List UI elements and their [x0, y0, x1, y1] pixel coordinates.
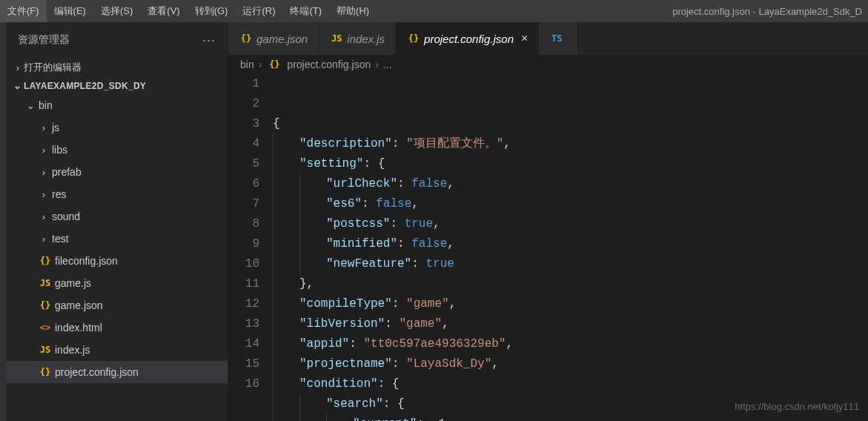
code-line[interactable]: "condition": { [273, 374, 868, 394]
tree-item-label: sound [50, 210, 80, 222]
code-line[interactable]: }, [273, 274, 868, 294]
code-line[interactable]: { [273, 114, 868, 134]
json-file-icon [266, 59, 282, 70]
editor-tab[interactable]: {}game.json [228, 22, 319, 55]
code-line[interactable]: "newFeature": true [273, 254, 868, 274]
folder-item[interactable]: ›test [6, 228, 228, 250]
folder-item[interactable]: ›prefab [6, 161, 228, 183]
activity-bar[interactable] [0, 22, 6, 421]
json-file-icon: {} [239, 33, 254, 44]
chevron-right-icon: › [259, 59, 262, 70]
breadcrumb-part[interactable]: project.config.json [287, 59, 371, 70]
menu-item[interactable]: 帮助(H) [329, 0, 377, 22]
editor-tab[interactable]: {}project.config.json× [396, 22, 539, 55]
chevron-right-icon: › [37, 167, 50, 178]
code-editor[interactable]: 12345678910111213141516 {"description": … [228, 74, 868, 421]
line-number-gutter: 12345678910111213141516 [228, 74, 273, 421]
titlebar: 文件(F)编辑(E)选择(S)查看(V)转到(G)运行(R)终端(T)帮助(H)… [0, 0, 868, 22]
menubar: 文件(F)编辑(E)选择(S)查看(V)转到(G)运行(R)终端(T)帮助(H) [0, 0, 377, 22]
editor-tab[interactable]: JSindex.js [319, 22, 396, 55]
project-section[interactable]: ⌄ LAYAEXAMPLE2D_SDK_DY [6, 77, 228, 94]
line-number: 4 [228, 134, 259, 154]
tab-label: project.config.json [424, 33, 514, 45]
json-file-icon: {} [37, 256, 53, 266]
open-editors-label: 打开的编辑器 [24, 61, 82, 74]
code-line[interactable]: "minified": false, [273, 234, 868, 254]
more-actions-icon[interactable]: ··· [202, 33, 216, 48]
line-number: 16 [228, 374, 259, 394]
tree-item-label: fileconfig.json [53, 255, 118, 267]
file-item[interactable]: <>index.html [6, 316, 228, 339]
file-item[interactable]: {}project.config.json [6, 361, 228, 383]
line-number: 8 [228, 214, 259, 234]
line-number: 9 [228, 234, 259, 254]
tree-item-label: js [50, 122, 59, 133]
folder-item[interactable]: ›libs [6, 139, 228, 161]
menu-item[interactable]: 编辑(E) [47, 0, 93, 22]
js-file-icon: JS [37, 345, 53, 355]
file-item[interactable]: {}fileconfig.json [6, 250, 228, 272]
line-number: 12 [228, 294, 259, 314]
tree-item-label: prefab [50, 166, 82, 178]
html-file-icon: <> [37, 322, 53, 333]
explorer-title: 资源管理器 [18, 33, 70, 47]
watermark-text: https://blog.csdn.net/koljy111 [735, 397, 859, 417]
folder-item[interactable]: ›res [6, 183, 228, 205]
line-number: 13 [228, 314, 259, 334]
line-number: 10 [228, 254, 259, 274]
chevron-right-icon: › [37, 233, 50, 245]
file-item[interactable]: JSgame.js [6, 272, 228, 294]
json-file-icon: {} [37, 367, 53, 377]
editor-area: {}game.jsonJSindex.js{}project.config.js… [228, 22, 868, 421]
folder-item[interactable]: ⌄bin [6, 94, 228, 116]
editor-tab[interactable]: TS [539, 22, 578, 55]
project-name-label: LAYAEXAMPLE2D_SDK_DY [24, 81, 146, 91]
code-line[interactable]: "compileType": "game", [273, 294, 868, 314]
chevron-right-icon: › [12, 62, 24, 73]
tree-item-label: test [50, 233, 69, 245]
chevron-right-icon: › [37, 189, 50, 200]
folder-item[interactable]: ›sound [6, 205, 228, 228]
open-editors-section[interactable]: › 打开的编辑器 [6, 58, 228, 77]
tree-item-label: libs [50, 144, 67, 156]
code-line[interactable]: "description": "项目配置文件。", [273, 134, 868, 154]
code-line[interactable]: "appid": "tt0c597ae4936329eb", [273, 334, 868, 354]
tree-item-label: res [50, 188, 66, 200]
code-line[interactable]: "urlCheck": false, [273, 174, 868, 194]
menu-item[interactable]: 文件(F) [0, 0, 47, 22]
js-file-icon: JS [329, 33, 344, 44]
tree-item-label: bin [37, 99, 53, 111]
menu-item[interactable]: 转到(G) [188, 0, 236, 22]
breadcrumb[interactable]: bin › project.config.json › ... [228, 55, 868, 74]
line-number: 3 [228, 114, 259, 134]
file-tree: ⌄bin›js›libs›prefab›res›sound›test{}file… [6, 94, 228, 383]
file-item[interactable]: JSindex.js [6, 339, 228, 361]
close-icon[interactable]: × [521, 32, 528, 45]
line-number: 2 [228, 94, 259, 114]
code-line[interactable]: "projectname": "LayaSdk_Dy", [273, 354, 868, 374]
tree-item-label: index.js [53, 344, 90, 356]
code-line[interactable]: "libVersion": "game", [273, 314, 868, 334]
menu-item[interactable]: 查看(V) [140, 0, 187, 22]
line-number: 14 [228, 334, 259, 354]
folder-item[interactable]: ›js [6, 116, 228, 139]
line-number: 5 [228, 154, 259, 174]
file-item[interactable]: {}game.json [6, 294, 228, 316]
tree-item-label: project.config.json [53, 366, 139, 378]
line-number: 15 [228, 354, 259, 374]
tree-item-label: index.html [53, 322, 102, 334]
code-line[interactable]: "es6": false, [273, 194, 868, 214]
code-line[interactable]: "setting": { [273, 154, 868, 174]
code-content[interactable]: {"description": "项目配置文件。","setting": {"u… [273, 74, 868, 421]
menu-item[interactable]: 运行(R) [235, 0, 282, 22]
json-file-icon: {} [406, 33, 421, 44]
line-number: 1 [228, 74, 259, 94]
breadcrumb-part[interactable]: ... [383, 59, 392, 70]
line-number: 6 [228, 174, 259, 194]
menu-item[interactable]: 终端(T) [282, 0, 329, 22]
code-line[interactable]: "postcss": true, [273, 214, 868, 234]
breadcrumb-part[interactable]: bin [240, 59, 254, 70]
menu-item[interactable]: 选择(S) [93, 0, 140, 22]
editor-tabs: {}game.jsonJSindex.js{}project.config.js… [228, 22, 868, 55]
explorer-header: 资源管理器 ··· [6, 22, 228, 58]
